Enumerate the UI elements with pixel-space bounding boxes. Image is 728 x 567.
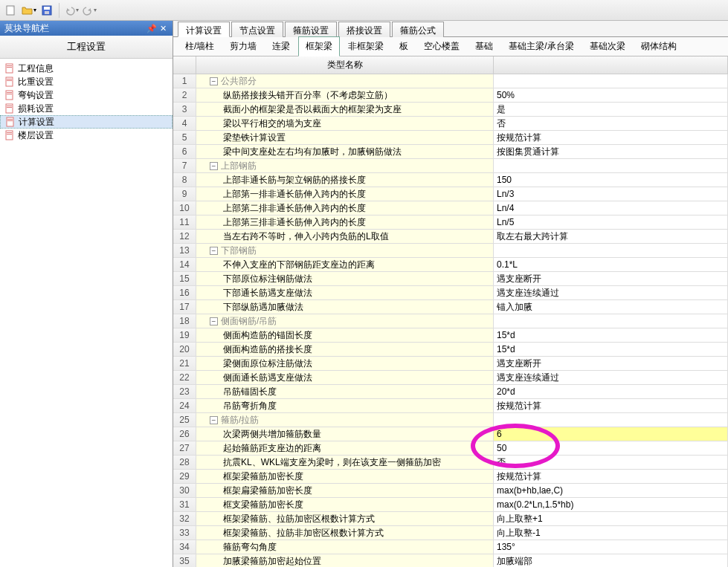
table-row[interactable]: 6梁中间支座处左右均有加腋时，加腋钢筋做法按图集贯通计算: [173, 145, 728, 159]
sidebar-item-1[interactable]: 比重设置: [0, 75, 173, 88]
tab-secondary-6[interactable]: 空心楼盖: [416, 36, 467, 56]
setting-value[interactable]: 按规范计算: [494, 470, 728, 484]
setting-value[interactable]: [494, 244, 728, 258]
tab-primary-2[interactable]: 箍筋设置: [285, 22, 337, 37]
setting-value[interactable]: 0.1*L: [494, 258, 728, 272]
table-row[interactable]: 25−箍筋/拉筋: [173, 413, 728, 427]
setting-value[interactable]: 是: [494, 103, 728, 117]
table-row[interactable]: 17下部纵筋遇加腋做法锚入加腋: [173, 300, 728, 314]
table-row[interactable]: 7−上部钢筋: [173, 159, 728, 173]
setting-value[interactable]: 取左右最大跨计算: [494, 230, 728, 244]
setting-value[interactable]: 按规范计算: [494, 131, 728, 145]
setting-value[interactable]: 按图集贯通计算: [494, 145, 728, 159]
redo-button[interactable]: ▾: [81, 2, 97, 19]
table-row[interactable]: 23吊筋锚固长度20*d: [173, 385, 728, 399]
table-row[interactable]: 28抗震KL、WKL端支座为梁时，则在该支座一侧箍筋加密否: [173, 456, 728, 470]
setting-value[interactable]: 135°: [494, 540, 728, 554]
table-row[interactable]: 22侧面通长筋遇支座做法遇支座连续通过: [173, 371, 728, 385]
table-row[interactable]: 15下部原位标注钢筋做法遇支座断开: [173, 272, 728, 286]
new-button[interactable]: [3, 2, 19, 19]
open-button[interactable]: ▾: [21, 2, 37, 19]
tab-primary-1[interactable]: 节点设置: [231, 22, 283, 37]
tab-secondary-0[interactable]: 柱/墙柱: [178, 36, 222, 56]
setting-value[interactable]: 锚入加腋: [494, 300, 728, 314]
table-row[interactable]: 34箍筋弯勾角度135°: [173, 540, 728, 554]
tab-secondary-1[interactable]: 剪力墙: [222, 36, 264, 56]
table-row[interactable]: 32框架梁箍筋、拉筋加密区根数计算方式向上取整+1: [173, 512, 728, 526]
setting-value[interactable]: 遇支座断开: [494, 272, 728, 286]
setting-value[interactable]: Ln/5: [494, 216, 728, 230]
setting-value[interactable]: [494, 74, 728, 88]
setting-value[interactable]: 遇支座连续通过: [494, 371, 728, 385]
sidebar-item-2[interactable]: 弯钩设置: [0, 88, 173, 102]
table-row[interactable]: 26次梁两侧共增加箍筋数量6: [173, 427, 728, 441]
setting-value[interactable]: 否: [494, 456, 728, 470]
setting-value[interactable]: [494, 314, 728, 328]
tab-secondary-3[interactable]: 框架梁: [298, 36, 340, 56]
collapse-toggle[interactable]: −: [210, 317, 218, 325]
table-row[interactable]: 27起始箍筋距支座边的距离50: [173, 441, 728, 456]
tab-secondary-9[interactable]: 基础次梁: [582, 36, 633, 56]
close-icon[interactable]: ✕: [158, 24, 168, 33]
sidebar-item-3[interactable]: 损耗设置: [0, 102, 173, 115]
setting-value[interactable]: 50%: [494, 88, 728, 103]
setting-value[interactable]: 15*d: [494, 328, 728, 343]
setting-value[interactable]: 加腋端部: [494, 554, 728, 567]
sidebar-item-5[interactable]: 楼层设置: [0, 129, 173, 142]
setting-value[interactable]: 遇支座连续通过: [494, 286, 728, 300]
name-column-header[interactable]: 类型名称: [196, 56, 494, 74]
setting-value[interactable]: Ln/4: [494, 201, 728, 216]
tab-secondary-7[interactable]: 基础: [468, 36, 500, 56]
table-row[interactable]: 10上部第二排非通长筋伸入跨内的长度Ln/4: [173, 201, 728, 216]
sidebar-item-0[interactable]: 工程信息: [0, 62, 173, 75]
tab-secondary-5[interactable]: 板: [392, 36, 416, 56]
value-column-header[interactable]: [494, 56, 728, 74]
table-row[interactable]: 18−侧面钢筋/吊筋: [173, 314, 728, 328]
table-row[interactable]: 33框架梁箍筋、拉筋非加密区根数计算方式向上取整-1: [173, 526, 728, 540]
tab-secondary-4[interactable]: 非框架梁: [341, 36, 391, 56]
setting-value[interactable]: 150: [494, 173, 728, 187]
setting-value[interactable]: [494, 159, 728, 173]
setting-value[interactable]: 6: [494, 427, 728, 441]
table-row[interactable]: 14不伸入支座的下部钢筋距支座边的距离0.1*L: [173, 258, 728, 272]
table-row[interactable]: 13−下部钢筋: [173, 244, 728, 258]
tab-primary-3[interactable]: 搭接设置: [338, 22, 390, 37]
tab-primary-4[interactable]: 箍筋公式: [392, 22, 444, 37]
table-row[interactable]: 35加腋梁箍筋加密起始位置加腋端部: [173, 554, 728, 567]
sidebar-item-4[interactable]: 计算设置: [0, 115, 173, 129]
table-row[interactable]: 8上部非通长筋与架立钢筋的搭接长度150: [173, 173, 728, 187]
setting-value[interactable]: Ln/3: [494, 187, 728, 201]
pin-icon[interactable]: 📌: [145, 24, 158, 33]
table-row[interactable]: 19侧面构造筋的锚固长度15*d: [173, 328, 728, 343]
setting-value[interactable]: 50: [494, 441, 728, 456]
table-row[interactable]: 5梁垫铁计算设置按规范计算: [173, 131, 728, 145]
tab-primary-0[interactable]: 计算设置: [178, 22, 230, 37]
setting-value[interactable]: 15*d: [494, 343, 728, 357]
table-row[interactable]: 20侧面构造筋的搭接长度15*d: [173, 343, 728, 357]
setting-value[interactable]: 按规范计算: [494, 399, 728, 413]
save-button[interactable]: [39, 2, 55, 19]
setting-value[interactable]: 向上取整-1: [494, 526, 728, 540]
collapse-toggle[interactable]: −: [210, 77, 218, 85]
table-row[interactable]: 1−公共部分: [173, 74, 728, 88]
collapse-toggle[interactable]: −: [210, 416, 218, 424]
tab-secondary-10[interactable]: 砌体结构: [634, 36, 684, 56]
table-row[interactable]: 2纵筋搭接接头错开百分率（不考虑架立筋）50%: [173, 88, 728, 103]
setting-value[interactable]: 20*d: [494, 385, 728, 399]
table-row[interactable]: 21梁侧面原位标注筋做法遇支座断开: [173, 357, 728, 371]
table-row[interactable]: 30框架扁梁箍筋加密长度max(b+hb,lae,C): [173, 484, 728, 498]
table-row[interactable]: 16下部通长筋遇支座做法遇支座连续通过: [173, 286, 728, 300]
table-row[interactable]: 12当左右跨不等时，伸入小跨内负筋的L取值取左右最大跨计算: [173, 230, 728, 244]
setting-value[interactable]: 遇支座断开: [494, 357, 728, 371]
table-row[interactable]: 4梁以平行相交的墙为支座否: [173, 117, 728, 131]
setting-value[interactable]: 向上取整+1: [494, 512, 728, 526]
setting-value[interactable]: max(0.2*Ln,1.5*hb): [494, 498, 728, 512]
collapse-toggle[interactable]: −: [210, 247, 218, 255]
table-row[interactable]: 11上部第三排非通长筋伸入跨内的长度Ln/5: [173, 216, 728, 230]
table-row[interactable]: 3截面小的框架梁是否以截面大的框架梁为支座是: [173, 103, 728, 117]
undo-button[interactable]: ▾: [63, 2, 80, 19]
table-row[interactable]: 29框架梁箍筋加密长度按规范计算: [173, 470, 728, 484]
table-row[interactable]: 31框支梁箍筋加密长度max(0.2*Ln,1.5*hb): [173, 498, 728, 512]
collapse-toggle[interactable]: −: [210, 162, 218, 170]
tab-secondary-2[interactable]: 连梁: [265, 36, 297, 56]
